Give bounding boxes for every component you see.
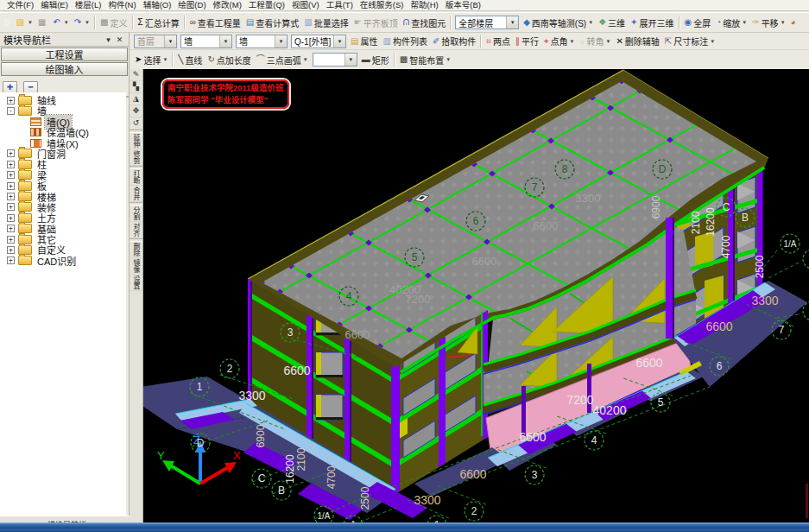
delete-button[interactable]: 删除 xyxy=(130,242,142,258)
expand-icon[interactable]: + xyxy=(7,193,15,200)
redo-button[interactable]: ↷▼ xyxy=(72,14,92,32)
chevron-down-icon[interactable]: ▼ xyxy=(742,20,747,25)
collapse-all-button[interactable]: ━ xyxy=(23,81,38,93)
filter-button[interactable]: ◮ xyxy=(130,93,142,105)
expand-icon[interactable]: + xyxy=(7,256,15,264)
chevron-down-icon[interactable]: ▼ xyxy=(333,35,345,48)
expand-icon[interactable]: + xyxy=(7,203,15,211)
fullscreen-button[interactable]: ◉全屏 xyxy=(682,14,714,32)
menu-item-5[interactable]: 辅轴(O) xyxy=(140,0,175,10)
chevron-down-icon[interactable]: ▼ xyxy=(64,20,69,25)
merge-button[interactable]: 合并 xyxy=(130,186,142,202)
properties-button[interactable]: ▤属性 xyxy=(348,33,380,50)
batch-select-button[interactable]: ▥批量选择 xyxy=(301,14,351,32)
collapse-icon[interactable]: - xyxy=(7,107,15,115)
chevron-down-icon[interactable]: ▼ xyxy=(710,39,715,44)
drawing-canvas[interactable]: ZYX3300660066007200402006600690016200210… xyxy=(143,69,809,522)
menu-item-8[interactable]: 工程量(Q) xyxy=(245,0,288,10)
expand-icon[interactable]: + xyxy=(7,171,15,179)
element-list-button[interactable]: ▥构件列表 xyxy=(380,33,429,50)
chevron-down-icon[interactable]: ▼ xyxy=(446,57,451,62)
line-button[interactable]: ╲直线 xyxy=(175,51,205,69)
menu-item-6[interactable]: 绘图(D) xyxy=(174,0,209,10)
open-button[interactable]: ▨▼ xyxy=(14,14,35,32)
align-button[interactable]: 对齐 xyxy=(130,222,142,238)
arc-combo[interactable]: ▼ xyxy=(313,53,357,66)
define-button[interactable]: ▩定义 xyxy=(98,14,130,32)
smart-layout-button[interactable]: ▩智能布置▼ xyxy=(397,51,453,69)
menu-item-12[interactable]: 帮助(H) xyxy=(408,0,442,10)
save-button[interactable]: ▦ xyxy=(35,14,50,32)
angle-grey-button[interactable]: ⌔转角▼ xyxy=(578,33,614,50)
project-settings-button[interactable]: 工程设置 xyxy=(1,48,128,61)
two-point-button[interactable]: ⌗两点 xyxy=(484,33,513,50)
mirror-button[interactable]: 镜像 xyxy=(130,258,142,275)
chevron-down-icon[interactable]: ▼ xyxy=(781,20,786,25)
rotate-button[interactable]: ↺ xyxy=(130,117,142,130)
view-quantity-button[interactable]: ∞查看工程量 xyxy=(187,14,243,32)
chevron-down-icon[interactable]: ▼ xyxy=(164,35,176,48)
parallel-button[interactable]: ∥平行 xyxy=(513,33,541,50)
point-add-length-button[interactable]: ↻点加长度 xyxy=(205,51,253,69)
menu-item-2[interactable]: 编辑(E) xyxy=(37,0,72,10)
chevron-down-icon[interactable]: ▼ xyxy=(506,16,518,28)
view-3d-button[interactable]: ❖三维 xyxy=(596,14,628,32)
view-sw-iso-button[interactable]: ◆西南等轴测(S)▼ xyxy=(521,14,596,32)
chevron-down-icon[interactable]: ▼ xyxy=(162,57,167,62)
subtype-combo[interactable]: 墙▼ xyxy=(236,35,288,48)
rect-button[interactable]: ▬矩形 xyxy=(359,51,392,69)
floors-combo[interactable]: 全部楼层▼ xyxy=(455,16,519,29)
undo-button[interactable]: ↶▼ xyxy=(50,14,71,32)
chevron-down-icon[interactable]: ▼ xyxy=(28,20,33,25)
trim-button[interactable]: 修剪 xyxy=(130,149,142,166)
expand-icon[interactable]: + xyxy=(7,182,15,190)
align-slab-top-button[interactable]: ☛平齐板顶 xyxy=(351,14,401,32)
tree-item-CAD识别[interactable]: +CAD识别 xyxy=(0,256,126,266)
point-angle-button[interactable]: ⌖点角▼ xyxy=(541,33,578,50)
del-aux-axis-button[interactable]: ✕删除辅轴 xyxy=(613,33,661,50)
menu-item-13[interactable]: 版本号(B) xyxy=(442,0,484,10)
chevron-down-icon[interactable]: ▼ xyxy=(605,39,610,44)
dim-annotate-button[interactable]: ⇱尺寸标注▼ xyxy=(662,33,717,50)
menu-item-7[interactable]: 修改(M) xyxy=(210,0,245,10)
batch2-button[interactable]: ▚ xyxy=(130,81,142,93)
chevron-down-icon[interactable]: ▼ xyxy=(344,54,357,66)
view-formula-button[interactable]: ▤查看计算式 xyxy=(243,14,301,32)
menu-item-11[interactable]: 在线服务(S) xyxy=(357,0,408,10)
menu-item-10[interactable]: 工具(T) xyxy=(323,0,357,10)
floor-combo[interactable]: 首层▼ xyxy=(134,35,177,48)
menu-item-9[interactable]: 视图(V) xyxy=(288,0,323,10)
pan-button[interactable]: ✑平移▼ xyxy=(749,14,787,32)
expand-all-button[interactable]: ✚ xyxy=(3,81,17,93)
select-button[interactable]: ➤选择▼ xyxy=(132,51,170,69)
chevron-down-icon[interactable]: ▼ xyxy=(303,57,308,62)
expand-icon[interactable]: + xyxy=(7,97,15,104)
chevron-down-icon[interactable]: ▼ xyxy=(219,35,231,48)
menu-item-1[interactable]: 文件(F) xyxy=(3,0,37,10)
new-button[interactable]: ▯ xyxy=(2,14,14,32)
find-element-button[interactable]: ᕬ查找图元 xyxy=(401,14,448,32)
three-point-arc-button[interactable]: ⌒三点画弧▼ xyxy=(254,51,311,69)
chevron-down-icon[interactable]: ▼ xyxy=(275,35,287,48)
sum-calc-button[interactable]: Σ汇总计算 xyxy=(136,14,182,32)
expand-3d-button[interactable]: ✦展开三维 xyxy=(628,14,676,32)
brush-button[interactable]: ✎ xyxy=(130,69,142,81)
break-button[interactable]: 打断 xyxy=(130,169,142,186)
setup-button[interactable]: 设置 xyxy=(130,275,142,291)
move-button[interactable]: ✥ xyxy=(130,105,142,117)
menu-item-4[interactable]: 构件(N) xyxy=(104,0,139,10)
extra-button[interactable]: ◕ xyxy=(788,14,800,32)
extend-button[interactable]: 延伸 xyxy=(130,133,142,149)
expand-icon[interactable]: + xyxy=(7,214,15,222)
menu-item-3[interactable]: 楼层(L) xyxy=(72,0,105,10)
pick-element-button[interactable]: ✐拾取构件 xyxy=(430,33,478,50)
zoom-button[interactable]: ◔缩放▼ xyxy=(713,14,749,32)
chevron-down-icon[interactable]: ▼ xyxy=(570,39,575,44)
split-button[interactable]: 分割 xyxy=(130,206,142,222)
expand-icon[interactable]: + xyxy=(7,246,15,254)
expand-icon[interactable]: + xyxy=(7,161,15,168)
close-icon[interactable]: ✕ xyxy=(114,35,125,45)
draw-input-button[interactable]: 绘图输入 xyxy=(1,62,128,76)
expand-icon[interactable]: + xyxy=(7,149,15,157)
expand-icon[interactable]: + xyxy=(7,225,15,232)
